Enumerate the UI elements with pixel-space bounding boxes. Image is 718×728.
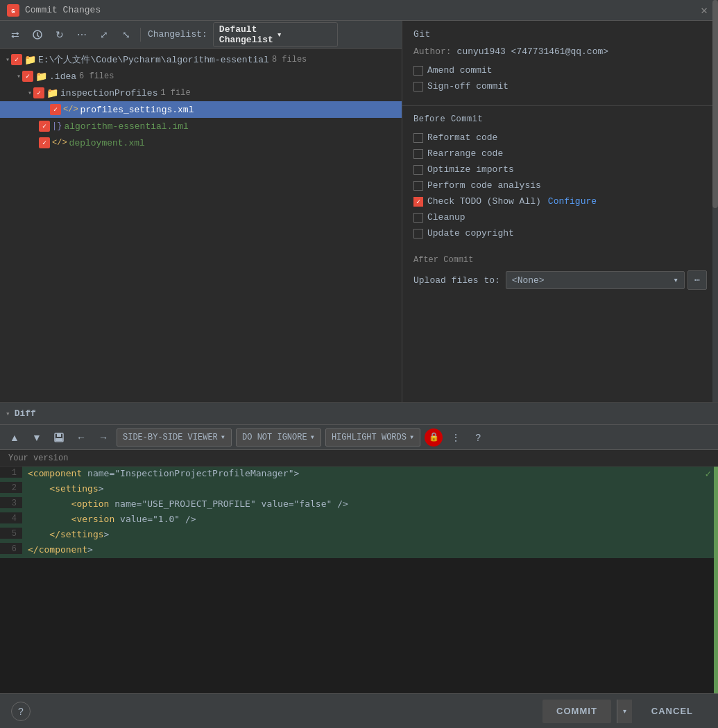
tree-profiles[interactable]: ✓ </> profiles_settings.xml (0, 101, 402, 118)
upload-label: Upload files to: (413, 275, 500, 286)
viewer-label: SIDE-BY-SIDE VIEWER (123, 433, 218, 442)
toolbar: ⇄ ↻ ⋯ ⤢ ⤡ Changelist: Default Changelist… (0, 21, 402, 49)
code-line: 2 <settings> (0, 482, 718, 497)
version-text: Your version (8, 453, 68, 463)
code-line: 3 <option name="USE_PROJECT_PROFILE" val… (0, 497, 718, 512)
cleanup-checkbox[interactable] (413, 213, 423, 223)
changelist-dropdown[interactable]: Default Changelist ▾ (213, 22, 338, 47)
diff-save-button[interactable] (50, 428, 68, 447)
diff-toolbar: ▲ ▼ ← → SIDE-BY-SIDE VIEWER ▾ DO NOT IGN… (0, 425, 718, 450)
perform-analysis-label: Perform code analysis (427, 180, 541, 191)
help-button[interactable]: ? (11, 702, 31, 721)
rearrange-code-checkbox[interactable] (413, 149, 423, 159)
update-copyright-checkbox[interactable] (413, 229, 423, 239)
optimize-imports-checkbox[interactable] (413, 165, 423, 175)
amend-commit-label: Amend commit (427, 65, 493, 76)
update-copyright-row: Update copyright (413, 228, 707, 239)
root-checkbox[interactable]: ✓ (11, 54, 22, 65)
diff-up-button[interactable]: ▲ (6, 428, 24, 447)
root-badge: 8 files (272, 55, 307, 64)
more-button[interactable]: ⋯ (72, 25, 92, 44)
deployment-name: deployment.xml (69, 138, 145, 148)
signoff-commit-checkbox[interactable] (413, 82, 423, 92)
ignore-label: DO NOT IGNORE (242, 433, 307, 442)
cancel-button[interactable]: CANCEL (638, 700, 707, 723)
diff-section: ▾ Diff ▲ ▼ ← → SIDE-BY-SIDE VIEWER ▾ DO … (0, 402, 718, 693)
close-button[interactable]: ✕ (697, 3, 711, 17)
line-number: 4 (0, 512, 22, 523)
ignore-dropdown[interactable]: DO NOT IGNORE ▾ (236, 428, 321, 447)
added-indicator (714, 467, 718, 693)
deployment-checkbox[interactable]: ✓ (39, 137, 50, 148)
author-row: Author: cunyu1943 <747731461@qq.com> (413, 46, 707, 57)
refresh-button[interactable]: ↻ (50, 25, 69, 44)
idea-chevron: ▾ (17, 72, 21, 80)
expand-button[interactable]: ⤢ (94, 25, 114, 44)
svg-rect-9 (55, 438, 62, 441)
diff-menu-button[interactable]: ⋮ (447, 428, 465, 447)
highlight-dropdown[interactable]: HIGHLIGHT WORDS ▾ (325, 428, 420, 447)
viewer-dropdown[interactable]: SIDE-BY-SIDE VIEWER ▾ (117, 428, 232, 447)
after-commit-title: After Commit (413, 255, 707, 265)
line-content: <settings> (22, 482, 718, 495)
configure-link[interactable]: Configure (548, 196, 597, 207)
swap-button[interactable]: ⇄ (6, 25, 25, 44)
tree-iml[interactable]: ✓ |} algorithm-essential.iml (0, 118, 402, 135)
changelist-label: Changelist: (148, 29, 207, 40)
commit-button[interactable]: COMMIT (542, 700, 611, 723)
author-label: Author: (413, 46, 452, 57)
line-number: 6 (0, 543, 22, 554)
diff-help-button[interactable]: ? (469, 428, 487, 447)
diff-chevron: ▾ (6, 409, 10, 418)
commit-dropdown-button[interactable]: ▾ (617, 700, 632, 723)
upload-value: <None> (512, 275, 545, 286)
reformat-code-row: Reformat code (413, 132, 707, 143)
profiles-checkbox[interactable]: ✓ (50, 104, 61, 115)
idea-checkbox[interactable]: ✓ (22, 71, 33, 82)
tree-inspection[interactable]: ▾ ✓ 📁 inspectionProfiles 1 file (0, 85, 402, 101)
root-chevron: ▾ (6, 55, 10, 64)
inspection-name: inspectionProfiles (60, 88, 157, 98)
diff-code-area[interactable]: 1<component name="InspectionProjectProfi… (0, 467, 718, 693)
check-todo-checkbox[interactable]: ✓ (413, 197, 423, 207)
tree-deployment[interactable]: ✓ </> deployment.xml (0, 135, 402, 151)
inspection-folder-icon: 📁 (46, 87, 58, 99)
iml-checkbox[interactable]: ✓ (39, 121, 50, 132)
inspection-chevron: ▾ (28, 89, 32, 97)
amend-commit-checkbox[interactable] (413, 66, 423, 76)
upload-dropdown[interactable]: <None> ▾ (506, 271, 685, 289)
idea-name: .idea (49, 71, 76, 82)
shrink-button[interactable]: ⤡ (117, 25, 136, 44)
reformat-code-label: Reformat code (427, 132, 497, 143)
ignore-arrow: ▾ (310, 432, 315, 442)
code-line: 6</component> (0, 543, 718, 558)
upload-more-button[interactable]: ⋯ (687, 270, 707, 290)
svg-rect-8 (57, 433, 61, 437)
inspection-checkbox[interactable]: ✓ (33, 87, 44, 98)
root-path: E:\个人文件\Code\Pycharm\algorithm-essential (38, 53, 269, 66)
diff-down-button[interactable]: ▼ (28, 428, 46, 447)
lock-button[interactable]: 🔒 (425, 428, 443, 447)
line-content: </component> (22, 543, 718, 556)
upload-row: Upload files to: <None> ▾ ⋯ (413, 270, 707, 290)
diff-next-button[interactable]: → (94, 428, 112, 447)
cleanup-label: Cleanup (427, 212, 465, 223)
tree-idea[interactable]: ▾ ✓ 📁 .idea 6 files (0, 68, 402, 85)
diff-header[interactable]: ▾ Diff (0, 403, 718, 425)
diff-prev-button[interactable]: ← (72, 428, 90, 447)
title-bar: G Commit Changes ✕ (0, 0, 718, 21)
reformat-code-checkbox[interactable] (413, 133, 423, 143)
line-number: 1 (0, 467, 22, 478)
code-lines-container: 1<component name="InspectionProjectProfi… (0, 467, 718, 558)
tree-root[interactable]: ▾ ✓ 📁 E:\个人文件\Code\Pycharm\algorithm-ess… (0, 51, 402, 68)
rearrange-code-label: Rearrange code (427, 148, 503, 159)
idea-folder-icon: 📁 (35, 71, 47, 83)
separator (140, 28, 141, 42)
optimize-imports-row: Optimize imports (413, 164, 707, 175)
line-content: </settings> (22, 528, 718, 541)
before-commit-section: Before Commit Reformat code Rearrange co… (402, 106, 718, 247)
perform-analysis-checkbox[interactable] (413, 181, 423, 191)
history-button[interactable] (28, 25, 47, 44)
profiles-name: profiles_settings.xml (80, 105, 194, 115)
rearrange-code-row: Rearrange code (413, 148, 707, 159)
